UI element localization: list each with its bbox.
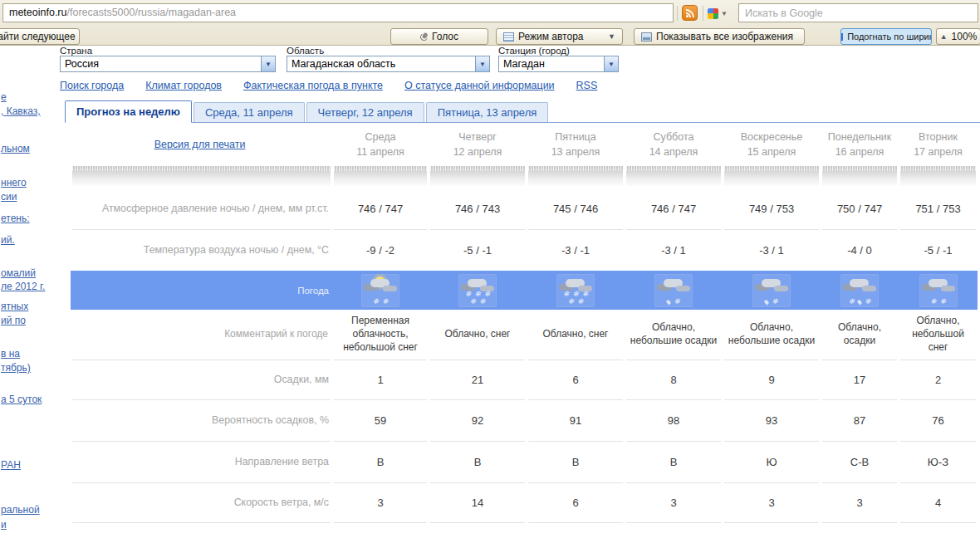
row-label-text: Температура воздуха ночью / днем, °C bbox=[144, 244, 329, 256]
value-text: 749 / 753 bbox=[749, 203, 794, 215]
sidebar-link-5[interactable]: етень: bbox=[1, 213, 30, 224]
row-label-comment: Комментарий к погоде bbox=[71, 310, 332, 360]
tab-week-forecast[interactable]: Прогноз на неделю bbox=[65, 100, 192, 123]
quick-links: Поиск города Климат городов Фактическая … bbox=[60, 80, 597, 91]
author-mode-button[interactable]: Режим автора ▼ bbox=[496, 28, 623, 45]
cell-wind_direction-6: Ю-З bbox=[899, 441, 978, 482]
cell-wind_speed-3: 3 bbox=[625, 482, 723, 522]
sidebar-link-7[interactable]: омалий bbox=[1, 267, 36, 279]
link-info-status[interactable]: О статусе данной информации bbox=[404, 80, 555, 91]
value-text: Ю-З bbox=[928, 456, 948, 468]
sidebar-link-13[interactable]: а 5 суток bbox=[1, 394, 42, 405]
precipitation-glyphs: ❄ bbox=[753, 298, 790, 306]
spacer-cell-6 bbox=[821, 522, 899, 541]
day-date: 13 апреля bbox=[551, 144, 600, 159]
value-text: 746 / 743 bbox=[455, 203, 500, 215]
cell-wind_speed-6: 4 bbox=[899, 482, 978, 522]
value-text: С-В bbox=[850, 456, 869, 468]
fit-width-button[interactable]: Подогнать по ширине bbox=[840, 28, 932, 45]
value-text: -3 / 1 bbox=[661, 244, 686, 257]
author-mode-label: Режим автора bbox=[518, 31, 584, 42]
cloud-shape bbox=[676, 286, 690, 291]
search-engine-selector[interactable]: ▼ bbox=[708, 5, 734, 22]
sidebar-link-4[interactable]: сии bbox=[1, 191, 17, 203]
sidebar-link-8[interactable]: ле 2012 г. bbox=[1, 281, 45, 292]
snowflake-glyph: ❄ bbox=[567, 298, 574, 306]
sidebar-link-9[interactable]: ятных bbox=[1, 301, 28, 312]
value-text: -3 / 1 bbox=[759, 244, 784, 257]
cell-weather-0: ❄❄ bbox=[332, 271, 429, 310]
gradient-band bbox=[626, 166, 721, 186]
row-label-text: Скорость ветра, м/с bbox=[234, 497, 329, 508]
chevron-down-icon: ▼ bbox=[261, 56, 275, 71]
cloud-snow-icon: ❄❄❄❄❄ bbox=[556, 274, 595, 307]
sidebar-link-10[interactable]: ий по bbox=[1, 315, 26, 326]
voice-button[interactable]: Голос bbox=[390, 28, 488, 45]
cell-precip_probability-1: 92 bbox=[429, 399, 527, 441]
microphone-icon bbox=[419, 31, 430, 42]
cell-weather-1: ❄❄❄❄❄ bbox=[429, 271, 527, 310]
web-search-input[interactable] bbox=[738, 3, 978, 22]
cloud-shape bbox=[862, 286, 876, 291]
rss-feed-icon[interactable] bbox=[682, 5, 698, 21]
spacer-cell-0 bbox=[71, 522, 332, 541]
band-cell-3 bbox=[527, 164, 625, 188]
value-text: 3 bbox=[670, 497, 676, 509]
row-label-text: Атмосферное давление ночью / днем, мм рт… bbox=[102, 203, 329, 214]
link-city-search[interactable]: Поиск города bbox=[60, 80, 124, 91]
station-label: Станция (город) bbox=[498, 46, 570, 56]
link-city-climate[interactable]: Климат городов bbox=[145, 80, 222, 91]
sidebar-link-16[interactable]: и bbox=[1, 519, 7, 531]
region-select-value: Магаданская область bbox=[287, 58, 475, 70]
day-name: Суббота bbox=[654, 130, 694, 144]
band-cell-0 bbox=[71, 164, 332, 188]
link-actual-weather[interactable]: Фактическая погода в пункте bbox=[243, 80, 383, 91]
value-text: Облачно, небольшие осадки bbox=[629, 321, 718, 348]
precipitation-glyphs: ❄❄ bbox=[841, 298, 878, 306]
value-text: 93 bbox=[766, 414, 777, 427]
value-text: 59 bbox=[375, 414, 386, 427]
sidebar-link-1[interactable]: , Кавказ, bbox=[1, 105, 41, 117]
sidebar-link-11[interactable]: в на bbox=[1, 348, 20, 360]
raindrop-shape bbox=[856, 299, 862, 305]
tab-wednesday[interactable]: Среда, 11 апреля bbox=[194, 102, 305, 122]
row-label-text: Комментарий к погоде bbox=[224, 328, 328, 341]
cell-comment-3: Облачно, небольшие осадки bbox=[625, 310, 723, 360]
value-text: 14 bbox=[472, 497, 483, 509]
sidebar-link-0[interactable]: е bbox=[1, 91, 7, 103]
sidebar-link-2[interactable]: льном bbox=[1, 143, 30, 154]
day-date: 11 апреля bbox=[356, 144, 404, 159]
day-name: Вторник bbox=[919, 130, 958, 144]
day-name: Среда bbox=[365, 130, 396, 144]
sidebar-link-15[interactable]: ральной bbox=[1, 504, 40, 516]
country-label: Страна bbox=[60, 46, 92, 56]
sidebar-link-12[interactable]: тябрь) bbox=[1, 362, 31, 374]
address-bar[interactable]: meteoinfo.ru/forecasts5000/russia/magada… bbox=[2, 3, 674, 22]
tab-friday[interactable]: Пятница, 13 апреля bbox=[426, 102, 549, 122]
country-select[interactable]: Россия ▼ bbox=[60, 56, 276, 72]
tab-thursday[interactable]: Четверг, 12 апреля bbox=[306, 102, 424, 122]
find-next-button[interactable]: айти следующее bbox=[0, 28, 80, 45]
value-text: В bbox=[670, 456, 678, 468]
day-header-3: Суббота14 апреля bbox=[625, 125, 723, 164]
image-icon bbox=[641, 32, 652, 42]
snowflake-glyph: ❄ bbox=[577, 298, 584, 306]
cell-wind_speed-0: 3 bbox=[332, 482, 429, 522]
row-label-weather: Погода bbox=[71, 271, 332, 310]
cloud-shape bbox=[383, 286, 397, 291]
cell-wind_direction-2: В bbox=[527, 441, 625, 482]
sidebar-link-14[interactable]: РАН bbox=[1, 459, 21, 471]
region-select[interactable]: Магаданская область ▼ bbox=[287, 56, 490, 72]
station-select[interactable]: Магадан ▼ bbox=[498, 56, 619, 72]
show-images-button[interactable]: Показывать все изображения bbox=[634, 28, 805, 45]
page-content: Страна Область Станция (город) Россия ▼ … bbox=[0, 46, 980, 543]
sidebar-link-3[interactable]: ннего bbox=[1, 177, 27, 188]
print-version-link[interactable]: Версия для печати bbox=[154, 139, 246, 150]
cell-temperature-3: -3 / 1 bbox=[625, 229, 723, 271]
cloud-rain-snow-icon: ❄ bbox=[654, 274, 693, 307]
zoom-level-button[interactable]: ▲ 100% bbox=[936, 28, 980, 45]
gradient-band bbox=[430, 166, 525, 186]
link-rss[interactable]: RSS bbox=[576, 80, 598, 91]
sidebar-link-6[interactable]: ий. bbox=[1, 234, 15, 246]
day-date: 17 апреля bbox=[914, 144, 963, 159]
